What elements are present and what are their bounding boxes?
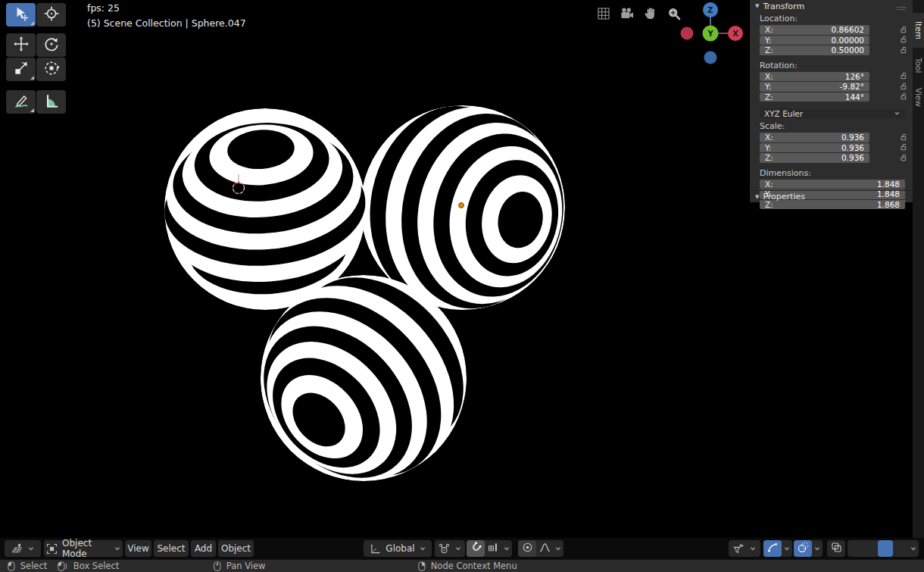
shading-solid-button[interactable]: [863, 540, 878, 557]
scale-tool-button[interactable]: [6, 58, 36, 81]
sidebar-tab-item[interactable]: Item: [913, 13, 924, 48]
lock-open-icon[interactable]: [898, 36, 909, 45]
location-x-field[interactable]: X:0.86602: [760, 25, 869, 35]
scale-y-field[interactable]: Y:0.936: [760, 143, 869, 153]
falloff-curve-icon: [538, 541, 551, 557]
transform-panel-title: Transform: [763, 2, 804, 11]
rotation-label: Rotation:: [760, 61, 913, 70]
overlays-dropdown-chevron[interactable]: [812, 540, 823, 557]
cursor-tool-button[interactable]: [36, 3, 66, 27]
lock-open-icon[interactable]: [898, 72, 909, 82]
expand-triangle-icon: ▼: [755, 194, 759, 200]
gizmo-axis-y[interactable]: Y: [703, 26, 719, 42]
menu-object-label: Object: [221, 543, 251, 554]
rotation-z-field[interactable]: Z:144°: [760, 92, 869, 102]
navigation-gizmo[interactable]: ZXY: [674, 0, 750, 72]
properties-panel-title: Properties: [763, 192, 805, 202]
shading-rendered-button[interactable]: [893, 540, 908, 557]
move-tool-button[interactable]: [6, 33, 36, 57]
shading-material-preview-button[interactable]: [878, 540, 893, 557]
shading-wireframe-button[interactable]: [848, 540, 863, 557]
lock-open-icon[interactable]: [898, 45, 909, 55]
sphere-bottom: [231, 245, 497, 511]
xray-toggle[interactable]: [827, 540, 845, 557]
lock-open-icon[interactable]: [898, 92, 909, 102]
gizmo-axis-z[interactable]: Z: [703, 2, 718, 17]
lock-open-icon[interactable]: [898, 143, 909, 153]
mouse-left-icon: [8, 561, 15, 571]
select-box-tool-button[interactable]: [6, 3, 36, 27]
viewport-3d[interactable]: fps: 25 (5) Scene Collection | Sphere.04…: [0, 0, 924, 538]
transform-panel-header[interactable]: ▼ Transform: [750, 0, 913, 12]
lock-open-icon[interactable]: [898, 25, 909, 35]
blender-window: fps: 25 (5) Scene Collection | Sphere.04…: [0, 0, 924, 572]
rotate-tool-button[interactable]: [36, 33, 66, 57]
proportional-circle-icon: [521, 541, 534, 557]
overlays-spheres-icon: [797, 541, 810, 557]
orientation-axes-icon: [369, 542, 382, 555]
shading-dropdown-chevron[interactable]: [908, 540, 919, 557]
location-y-field[interactable]: Y:0.00000: [760, 36, 869, 45]
falloff-button[interactable]: [536, 540, 553, 557]
sidebar-tab-tool[interactable]: Tool: [913, 52, 924, 79]
menu-select[interactable]: Select: [154, 540, 189, 557]
object-origin-dot: [459, 203, 464, 208]
sphere-top-left: [161, 108, 370, 310]
mode-dropdown[interactable]: Object Mode: [44, 540, 123, 557]
camera-icon[interactable]: [619, 5, 635, 22]
chevron-down-icon: [454, 545, 462, 552]
lock-open-icon[interactable]: [898, 153, 909, 163]
menu-view[interactable]: View: [125, 540, 151, 557]
gizmo-axis-x[interactable]: X: [728, 26, 743, 41]
rotation-x-field[interactable]: X:126°: [760, 72, 869, 82]
transform-tool-button[interactable]: [36, 58, 66, 81]
snap-dropdown-chevron[interactable]: [501, 540, 512, 557]
properties-panel-header[interactable]: ▼ Properties: [750, 190, 913, 202]
axis-value: 0.86602: [832, 25, 864, 34]
fps-counter: fps: 25: [87, 2, 120, 14]
rotation-mode-dropdown[interactable]: XYZ Euler: [760, 108, 905, 118]
gizmo-axis--z[interactable]: [704, 52, 717, 64]
scale-x-field[interactable]: X:0.936: [760, 133, 869, 142]
snap-with-icon[interactable]: [485, 540, 501, 557]
panel-grip-icon[interactable]: [896, 195, 907, 201]
menu-add[interactable]: Add: [191, 540, 216, 557]
grid-icon[interactable]: [595, 5, 612, 22]
object-visibility-dropdown[interactable]: [729, 540, 760, 557]
gizmo-axis--x[interactable]: [681, 27, 694, 40]
sphere-top-right: [352, 91, 579, 324]
show-overlays-toggle[interactable]: [794, 540, 812, 557]
axis-value: 126°: [845, 72, 864, 81]
select-box-tool-icon: [13, 5, 30, 25]
chevron-down-icon: [27, 545, 35, 552]
menu-object[interactable]: Object: [218, 540, 254, 557]
active-object-breadcrumb: (5) Scene Collection | Sphere.047: [87, 17, 246, 29]
annotate-tool-button[interactable]: [6, 90, 36, 114]
pan-hand-icon[interactable]: [642, 5, 659, 22]
sidebar-tab-view[interactable]: View: [913, 82, 924, 112]
gizmos-dropdown-chevron[interactable]: [782, 540, 792, 557]
chevron-down-icon: [114, 545, 121, 552]
location-z-field[interactable]: Z:0.50000: [760, 45, 869, 55]
snap-toggle-button[interactable]: [467, 540, 485, 557]
measure-tool-button[interactable]: [36, 90, 66, 114]
falloff-dropdown-chevron[interactable]: [553, 540, 563, 557]
mouse-left-drag-icon: [58, 561, 68, 571]
transform-orientation-dropdown[interactable]: Global: [364, 540, 432, 557]
statusbar-hint-box-select: Box Select: [58, 560, 119, 572]
overlays-group: [794, 540, 823, 557]
pivot-point-dropdown[interactable]: [435, 540, 465, 557]
rotation-y-field[interactable]: Y:-9.82°: [760, 82, 869, 92]
axis-label: X:: [765, 25, 773, 34]
field-row: Y:0.936: [760, 143, 913, 153]
dimensions-x-field[interactable]: X:1.848: [760, 180, 905, 189]
proportional-editing-toggle[interactable]: [518, 540, 536, 557]
subtool-corner-icon: [30, 108, 34, 112]
show-gizmos-toggle[interactable]: [763, 540, 782, 557]
panel-grip-icon[interactable]: [896, 4, 907, 10]
editor-type-dropdown[interactable]: [5, 540, 41, 557]
lock-open-icon[interactable]: [898, 133, 909, 142]
lock-open-icon[interactable]: [898, 82, 909, 92]
scale-z-field[interactable]: Z:0.936: [760, 153, 869, 163]
axis-value: -9.82°: [840, 82, 864, 91]
